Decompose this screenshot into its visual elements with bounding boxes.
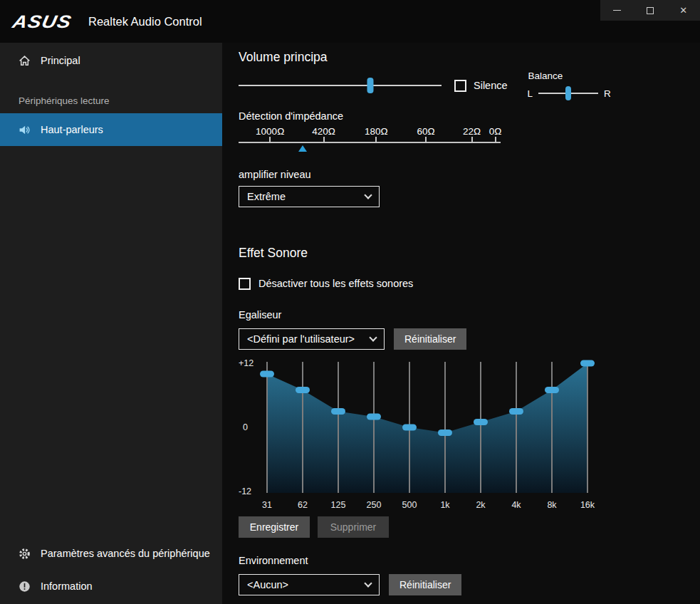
sidebar-item-speakers[interactable]: Haut-parleurs bbox=[0, 113, 222, 146]
volume-heading: Volume principa bbox=[239, 50, 700, 65]
impedance-tick-mark bbox=[425, 137, 427, 142]
realtek-audio-control-window: ASUS Realtek Audio Control ✕ Principal P… bbox=[0, 0, 700, 604]
eq-band-handle-500[interactable] bbox=[402, 425, 417, 431]
minimize-icon bbox=[613, 10, 621, 11]
close-button[interactable]: ✕ bbox=[667, 0, 700, 21]
gear-icon bbox=[19, 548, 31, 560]
environment-value: <Aucun> bbox=[247, 579, 288, 590]
volume-row: Silence Balance L R bbox=[239, 75, 700, 96]
equalizer-preset-value: <Défini par l'utilisateur> bbox=[247, 333, 355, 345]
sidebar-item-advanced-settings[interactable]: Paramètres avancés du périphérique bbox=[0, 537, 222, 570]
eq-frequency-label: 125 bbox=[320, 500, 356, 510]
eq-frequency-label: 2k bbox=[463, 500, 498, 510]
impedance-tick-label: 22Ω bbox=[463, 126, 481, 137]
sidebar-item-information[interactable]: Information bbox=[0, 570, 222, 603]
sidebar-item-label: Information bbox=[41, 580, 93, 592]
balance-left-label: L bbox=[528, 88, 533, 99]
silence-group: Silence bbox=[454, 80, 508, 92]
balance-slider[interactable] bbox=[538, 86, 598, 100]
volume-slider-handle[interactable] bbox=[367, 78, 374, 93]
eq-band-handle-31[interactable] bbox=[260, 371, 274, 378]
maximize-icon bbox=[647, 7, 654, 14]
impedance-tick-mark bbox=[471, 137, 473, 142]
impedance-tick-label: 1000Ω bbox=[256, 126, 284, 137]
balance-slider-handle[interactable] bbox=[565, 86, 571, 100]
impedance-scale-line bbox=[239, 142, 501, 143]
sidebar: Principal Périphériques lecture Haut-par… bbox=[0, 43, 222, 604]
speaker-icon bbox=[19, 124, 31, 136]
environment-label: Environnement bbox=[239, 555, 700, 566]
volume-slider[interactable] bbox=[239, 78, 442, 93]
environment-row: <Aucun> Réinitialiser bbox=[239, 574, 700, 595]
eq-frequency-labels: 31621252505001k2k4k8k16k bbox=[239, 500, 620, 510]
equalizer-graph: +12 0 -12 bbox=[239, 356, 620, 499]
sidebar-item-label: Haut-parleurs bbox=[41, 124, 103, 135]
impedance-tick-label: 0Ω bbox=[489, 126, 502, 137]
chevron-down-icon bbox=[364, 191, 372, 199]
eq-frequency-label: 500 bbox=[392, 500, 427, 510]
impedance-tick-label: 420Ω bbox=[312, 126, 335, 137]
sidebar-section-playback-devices: Périphériques lecture bbox=[0, 95, 222, 106]
volume-slider-track[interactable] bbox=[239, 85, 442, 86]
sidebar-bottom: Paramètres avancés du périphérique Infor… bbox=[0, 537, 222, 603]
eq-band-handle-8k[interactable] bbox=[545, 387, 559, 393]
sound-effect-heading: Effet Sonore bbox=[239, 246, 700, 261]
equalizer-reset-button[interactable]: Réinitialiser bbox=[394, 328, 466, 350]
eq-band-handle-2k[interactable] bbox=[474, 419, 488, 425]
equalizer-delete-button[interactable]: Supprimer bbox=[318, 516, 389, 538]
impedance-tick-mark bbox=[375, 137, 377, 142]
chevron-down-icon bbox=[369, 333, 377, 341]
equalizer-label: Egaliseur bbox=[239, 309, 700, 321]
eq-frequency-label: 250 bbox=[356, 500, 392, 510]
info-icon bbox=[19, 580, 31, 593]
eq-band-handle-4k[interactable] bbox=[509, 408, 523, 415]
silence-checkbox[interactable] bbox=[454, 80, 466, 92]
equalizer-save-button[interactable]: Enregistrer bbox=[239, 516, 310, 538]
maximize-button[interactable] bbox=[634, 0, 667, 21]
eq-band-handle-16k[interactable] bbox=[580, 360, 595, 367]
impedance-tick-mark bbox=[269, 137, 271, 142]
balance-label: Balance bbox=[528, 71, 611, 81]
sidebar-item-label: Paramètres avancés du périphérique bbox=[41, 548, 210, 559]
disable-effects-row: Désactiver tous les effets sonores bbox=[239, 276, 700, 291]
amplifier-level-select[interactable]: Extrême bbox=[239, 186, 380, 207]
balance-right-label: R bbox=[604, 88, 611, 99]
eq-band-handle-62[interactable] bbox=[296, 387, 310, 393]
equalizer-buttons: Enregistrer Supprimer bbox=[239, 516, 700, 538]
eq-frequency-label: 4k bbox=[498, 500, 534, 510]
eq-band-handle-1k[interactable] bbox=[438, 429, 452, 436]
window-title: Realtek Audio Control bbox=[88, 15, 202, 28]
impedance-tick-mark bbox=[323, 137, 325, 142]
impedance-heading: Détection d'impédance bbox=[239, 110, 700, 122]
close-icon: ✕ bbox=[679, 6, 687, 15]
impedance-tick-mark bbox=[495, 137, 496, 142]
window-controls: ✕ bbox=[600, 0, 700, 21]
eq-frequency-label: 62 bbox=[285, 500, 320, 510]
environment-reset-button[interactable]: Réinitialiser bbox=[389, 574, 461, 595]
chevron-down-icon bbox=[364, 579, 372, 587]
sidebar-item-label: Principal bbox=[41, 55, 80, 66]
impedance-tick-label: 180Ω bbox=[365, 126, 388, 137]
impedance-scale[interactable]: 1000Ω420Ω180Ω60Ω22Ω0Ω bbox=[239, 126, 501, 157]
amplifier-level-value: Extrême bbox=[247, 191, 286, 202]
eq-frequency-label: 8k bbox=[534, 500, 570, 510]
disable-all-effects-label: Désactiver tous les effets sonores bbox=[258, 278, 413, 289]
eq-band-handle-250[interactable] bbox=[367, 414, 381, 420]
balance-group: Balance L R bbox=[528, 71, 611, 100]
impedance-tick-label: 60Ω bbox=[417, 126, 435, 137]
disable-all-effects-checkbox[interactable] bbox=[239, 278, 251, 290]
eq-band-handle-125[interactable] bbox=[331, 408, 345, 415]
eq-frequency-label: 31 bbox=[249, 500, 285, 510]
minimize-button[interactable] bbox=[600, 0, 634, 21]
equalizer-controls: <Défini par l'utilisateur> Réinitialiser bbox=[239, 328, 700, 350]
silence-label: Silence bbox=[474, 80, 508, 91]
eq-frequency-label: 16k bbox=[570, 500, 605, 510]
environment-select[interactable]: <Aucun> bbox=[239, 574, 380, 595]
eq-frequency-label: 1k bbox=[427, 500, 463, 510]
sidebar-item-principal[interactable]: Principal bbox=[0, 44, 222, 77]
equalizer-curve-fill bbox=[267, 363, 587, 493]
home-icon bbox=[19, 55, 31, 67]
impedance-indicator-triangle bbox=[298, 145, 307, 152]
equalizer-graph-svg bbox=[239, 356, 620, 499]
equalizer-preset-select[interactable]: <Défini par l'utilisateur> bbox=[239, 328, 385, 350]
